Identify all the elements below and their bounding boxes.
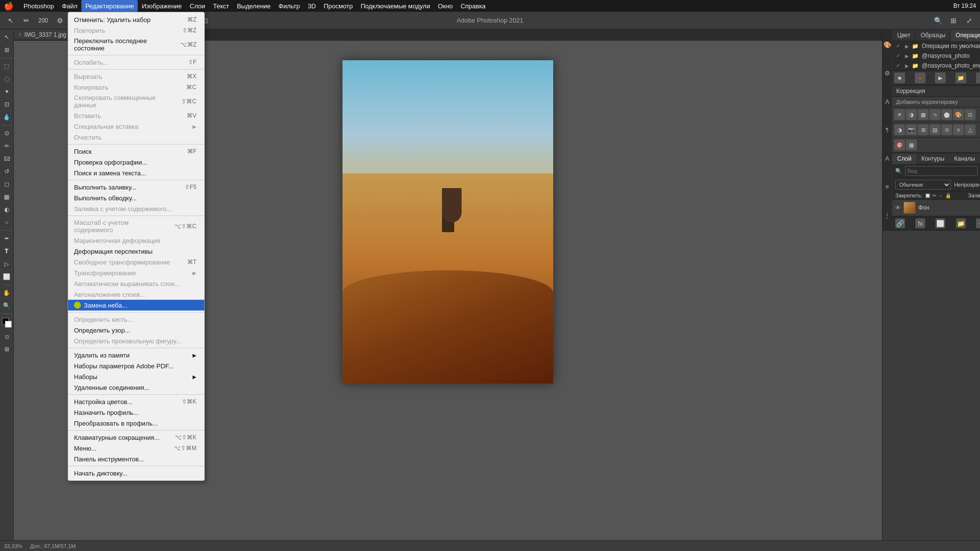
move-tool[interactable]: ↖ (1, 31, 13, 43)
menu-remote-connections[interactable]: Удаленные соединения... (68, 382, 204, 393)
menu-purge[interactable]: Удалить из памяти ▶ (68, 350, 204, 360)
tab-close-icon[interactable]: × (19, 32, 22, 37)
eyedropper-tool[interactable]: 💧 (1, 111, 13, 123)
corr-threshold[interactable]: △ (965, 124, 976, 135)
corr-gradient[interactable]: ▦ (906, 140, 917, 150)
text-tool[interactable]: T (1, 245, 13, 257)
lock-icon-4[interactable]: 🔒 (945, 193, 951, 198)
menubar-image[interactable]: Изображение (138, 0, 186, 12)
corr-vibrance[interactable]: ◑ (906, 109, 917, 120)
menubar-3d[interactable]: 3D (304, 0, 320, 12)
menu-undo[interactable]: Отменить: Удалить набор ⌘Z (68, 14, 204, 25)
workspace-btn[interactable]: ⊞ (947, 14, 960, 27)
search-btn[interactable]: 🔍 (931, 14, 945, 27)
ops-folder-btn[interactable]: 📁 (956, 72, 966, 83)
menubar-plugins[interactable]: Подключаемые модули (357, 0, 434, 12)
lock-icon-1[interactable]: 🔲 (925, 193, 931, 198)
brush-tool-btn[interactable]: ✏ (20, 14, 33, 27)
corr-bw[interactable]: ◑ (894, 124, 905, 135)
layer-item-bg[interactable]: 👁 Фон 🔒 (892, 200, 980, 216)
corr-posterize[interactable]: ≡ (953, 124, 964, 135)
path-select-tool[interactable]: ▷ (1, 258, 13, 270)
new-layer-btn[interactable]: + (976, 218, 980, 228)
clone-tool[interactable]: 🖂 (1, 153, 13, 165)
add-mask-btn[interactable]: ⬜ (935, 218, 945, 228)
ops-item-photo-eng[interactable]: ✓ ▶ 📁 @nasyrova_photo_eng (892, 61, 980, 71)
right-panel-icon-6[interactable]: ≡ (882, 182, 892, 192)
layer-mode-select[interactable]: Обычные (895, 180, 951, 190)
tab-color[interactable]: Цвет (892, 29, 916, 41)
menubar-view[interactable]: Просмотр (320, 0, 357, 12)
corr-hsl[interactable]: 🎨 (953, 109, 964, 120)
color-boxes[interactable] (2, 318, 12, 328)
menubar-help[interactable]: Справка (457, 0, 490, 12)
menu-convert-profile[interactable]: Преобразовать в профиль... (68, 418, 204, 429)
right-panel-icon-5[interactable]: A (882, 153, 892, 163)
link-layers-btn[interactable]: 🔗 (895, 218, 905, 228)
menubar-edit[interactable]: Редактирование (81, 0, 138, 12)
lock-icon-3[interactable]: ↔ (938, 193, 943, 198)
corr-selectivecolor[interactable]: 🎯 (894, 140, 905, 150)
ops-item-photo[interactable]: ✓ ▶ 📁 @nasyrova_photo (892, 51, 980, 61)
menubar-layers[interactable]: Слои (186, 0, 209, 12)
corr-invert[interactable]: ⊙ (941, 124, 952, 135)
tab-layer[interactable]: Слой (892, 153, 916, 164)
history-tool[interactable]: ↺ (1, 166, 13, 177)
corr-colorbalance[interactable]: ⚖ (965, 109, 976, 120)
menubar-file[interactable]: Файл (58, 0, 81, 12)
menu-color-settings[interactable]: Настройка цветов... ⇧⌘K (68, 396, 204, 407)
ops-stop-btn[interactable]: ■ (894, 72, 905, 83)
menu-define-pattern[interactable]: Определить узор... (68, 325, 204, 335)
apple-menu[interactable]: 🍎 (4, 1, 14, 11)
move-tool-btn[interactable]: ↖ (4, 14, 18, 27)
options-btn[interactable]: ⚙ (53, 14, 67, 27)
zoom-tool[interactable]: 🔍 (1, 300, 13, 311)
right-panel-icon-3[interactable]: A (882, 96, 892, 106)
tab-swatches[interactable]: Образцы (916, 29, 951, 41)
lock-icon-2[interactable]: ✏ (932, 193, 936, 198)
menu-keyboard-shortcuts[interactable]: Клавиатурные сокращения... ⌥⇧⌘K (68, 432, 204, 443)
menu-search[interactable]: Поиск ⌘F (68, 146, 204, 157)
menubar-window[interactable]: Окно (434, 0, 457, 12)
hand-tool[interactable]: ✋ (1, 287, 13, 299)
layer-search-input[interactable] (905, 166, 978, 176)
menu-dictation[interactable]: Начать диктовку... (68, 468, 204, 479)
ops-item-default[interactable]: ✓ ▶ 📁 Операции по умолчанию (892, 41, 980, 51)
ops-record-btn[interactable]: ● (915, 72, 926, 83)
quick-mask-btn[interactable]: ⊡ (1, 331, 13, 342)
menu-findreplace[interactable]: Поиск и замена текста... (68, 168, 204, 178)
add-style-btn[interactable]: fx (915, 218, 925, 228)
layer-visibility-icon[interactable]: 👁 (895, 205, 901, 211)
menu-stroke[interactable]: Выполнить обводку... (68, 192, 204, 203)
background-color[interactable] (5, 321, 12, 328)
corr-channel-mixer[interactable]: ⊞ (918, 124, 929, 135)
right-panel-icon-1[interactable]: 🎨 (882, 40, 892, 49)
menu-presets[interactable]: Наборы ▶ (68, 371, 204, 382)
spot-heal-tool[interactable]: ⊙ (1, 127, 13, 139)
shape-tool[interactable]: ⬜ (1, 271, 13, 283)
corr-curves[interactable]: ∿ (930, 109, 940, 120)
tab-operations[interactable]: Операции (951, 29, 980, 41)
gradient-tool[interactable]: ▦ (1, 191, 13, 203)
menu-sky-replace[interactable]: Замена неба... (68, 300, 204, 311)
menu-menus[interactable]: Меню... ⌥⇧⌘M (68, 443, 204, 454)
quick-select-tool[interactable]: ✦ (1, 86, 13, 97)
brush-tool[interactable]: ✏ (1, 140, 13, 152)
blur-tool[interactable]: ◐ (1, 204, 13, 216)
menu-fill[interactable]: Выполнить заливку... ⇧F5 (68, 182, 204, 192)
corr-exposure[interactable]: ⬤ (941, 109, 952, 120)
tab-paths[interactable]: Контуры (916, 153, 949, 164)
menu-spellcheck[interactable]: Проверка орфографии... (68, 157, 204, 168)
menu-assign-profile[interactable]: Назначить профиль... (68, 407, 204, 418)
menu-toggle-state[interactable]: Переключить последнее состояние ⌥⌘Z (68, 36, 204, 53)
right-panel-icon-4[interactable]: ¶ (882, 125, 892, 135)
ops-play-btn[interactable]: ▶ (935, 72, 946, 83)
right-panel-icon-2[interactable]: ⚙ (882, 68, 892, 78)
menu-adobe-pdf[interactable]: Наборы параметров Adobe PDF... (68, 360, 204, 371)
pen-tool[interactable]: ✒ (1, 233, 13, 244)
crop-tool[interactable]: ⊡ (1, 98, 13, 110)
corr-brightness[interactable]: ☀ (894, 109, 905, 120)
corr-levels[interactable]: ▦ (918, 109, 929, 120)
menu-toolbar[interactable]: Панель инструментов... (68, 454, 204, 464)
menubar-select[interactable]: Выделение (233, 0, 274, 12)
